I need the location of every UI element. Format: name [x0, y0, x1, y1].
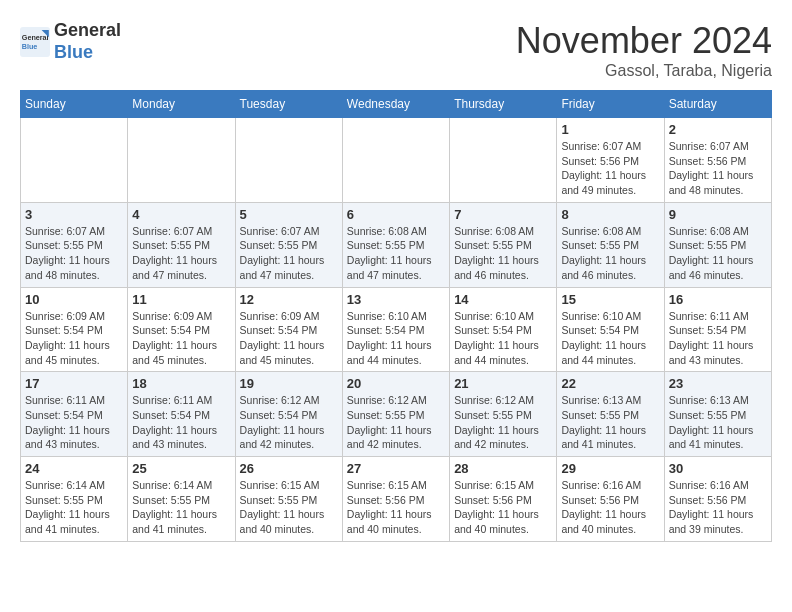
day-number: 6: [347, 207, 445, 222]
day-info: Sunrise: 6:08 AM Sunset: 5:55 PM Dayligh…: [561, 224, 659, 283]
calendar-cell: 26Sunrise: 6:15 AM Sunset: 5:55 PM Dayli…: [235, 457, 342, 542]
calendar-cell: 12Sunrise: 6:09 AM Sunset: 5:54 PM Dayli…: [235, 287, 342, 372]
day-info: Sunrise: 6:11 AM Sunset: 5:54 PM Dayligh…: [25, 393, 123, 452]
day-info: Sunrise: 6:15 AM Sunset: 5:56 PM Dayligh…: [347, 478, 445, 537]
calendar-cell: 21Sunrise: 6:12 AM Sunset: 5:55 PM Dayli…: [450, 372, 557, 457]
calendar-cell: 25Sunrise: 6:14 AM Sunset: 5:55 PM Dayli…: [128, 457, 235, 542]
day-number: 27: [347, 461, 445, 476]
header-wednesday: Wednesday: [342, 91, 449, 118]
calendar-cell: 22Sunrise: 6:13 AM Sunset: 5:55 PM Dayli…: [557, 372, 664, 457]
calendar-cell: [128, 118, 235, 203]
calendar-cell: 11Sunrise: 6:09 AM Sunset: 5:54 PM Dayli…: [128, 287, 235, 372]
day-number: 1: [561, 122, 659, 137]
calendar-cell: 23Sunrise: 6:13 AM Sunset: 5:55 PM Dayli…: [664, 372, 771, 457]
day-number: 29: [561, 461, 659, 476]
day-info: Sunrise: 6:09 AM Sunset: 5:54 PM Dayligh…: [25, 309, 123, 368]
day-info: Sunrise: 6:08 AM Sunset: 5:55 PM Dayligh…: [454, 224, 552, 283]
day-info: Sunrise: 6:12 AM Sunset: 5:55 PM Dayligh…: [347, 393, 445, 452]
calendar-cell: 7Sunrise: 6:08 AM Sunset: 5:55 PM Daylig…: [450, 202, 557, 287]
calendar-cell: 30Sunrise: 6:16 AM Sunset: 5:56 PM Dayli…: [664, 457, 771, 542]
day-info: Sunrise: 6:13 AM Sunset: 5:55 PM Dayligh…: [561, 393, 659, 452]
header-row: SundayMondayTuesdayWednesdayThursdayFrid…: [21, 91, 772, 118]
day-number: 20: [347, 376, 445, 391]
calendar-cell: 18Sunrise: 6:11 AM Sunset: 5:54 PM Dayli…: [128, 372, 235, 457]
day-info: Sunrise: 6:07 AM Sunset: 5:55 PM Dayligh…: [240, 224, 338, 283]
calendar-cell: 6Sunrise: 6:08 AM Sunset: 5:55 PM Daylig…: [342, 202, 449, 287]
calendar-cell: 15Sunrise: 6:10 AM Sunset: 5:54 PM Dayli…: [557, 287, 664, 372]
day-number: 2: [669, 122, 767, 137]
day-number: 12: [240, 292, 338, 307]
calendar-cell: 8Sunrise: 6:08 AM Sunset: 5:55 PM Daylig…: [557, 202, 664, 287]
day-number: 13: [347, 292, 445, 307]
calendar-cell: 10Sunrise: 6:09 AM Sunset: 5:54 PM Dayli…: [21, 287, 128, 372]
day-info: Sunrise: 6:08 AM Sunset: 5:55 PM Dayligh…: [669, 224, 767, 283]
day-number: 22: [561, 376, 659, 391]
svg-text:Blue: Blue: [22, 41, 38, 50]
day-info: Sunrise: 6:10 AM Sunset: 5:54 PM Dayligh…: [454, 309, 552, 368]
day-info: Sunrise: 6:12 AM Sunset: 5:54 PM Dayligh…: [240, 393, 338, 452]
day-number: 4: [132, 207, 230, 222]
calendar-table: SundayMondayTuesdayWednesdayThursdayFrid…: [20, 90, 772, 542]
calendar-cell: [450, 118, 557, 203]
day-number: 30: [669, 461, 767, 476]
calendar-cell: 27Sunrise: 6:15 AM Sunset: 5:56 PM Dayli…: [342, 457, 449, 542]
svg-text:General: General: [22, 33, 49, 42]
day-number: 11: [132, 292, 230, 307]
calendar-cell: [342, 118, 449, 203]
location-subtitle: Gassol, Taraba, Nigeria: [516, 62, 772, 80]
calendar-cell: 1Sunrise: 6:07 AM Sunset: 5:56 PM Daylig…: [557, 118, 664, 203]
calendar-cell: 19Sunrise: 6:12 AM Sunset: 5:54 PM Dayli…: [235, 372, 342, 457]
day-info: Sunrise: 6:07 AM Sunset: 5:55 PM Dayligh…: [25, 224, 123, 283]
week-row-2: 3Sunrise: 6:07 AM Sunset: 5:55 PM Daylig…: [21, 202, 772, 287]
logo-general-text: General: [54, 20, 121, 40]
day-info: Sunrise: 6:14 AM Sunset: 5:55 PM Dayligh…: [132, 478, 230, 537]
calendar-cell: [21, 118, 128, 203]
title-block: November 2024 Gassol, Taraba, Nigeria: [516, 20, 772, 80]
day-number: 23: [669, 376, 767, 391]
day-info: Sunrise: 6:13 AM Sunset: 5:55 PM Dayligh…: [669, 393, 767, 452]
day-number: 21: [454, 376, 552, 391]
day-number: 18: [132, 376, 230, 391]
day-info: Sunrise: 6:08 AM Sunset: 5:55 PM Dayligh…: [347, 224, 445, 283]
calendar-cell: 29Sunrise: 6:16 AM Sunset: 5:56 PM Dayli…: [557, 457, 664, 542]
calendar-cell: 14Sunrise: 6:10 AM Sunset: 5:54 PM Dayli…: [450, 287, 557, 372]
header-monday: Monday: [128, 91, 235, 118]
calendar-cell: 5Sunrise: 6:07 AM Sunset: 5:55 PM Daylig…: [235, 202, 342, 287]
day-info: Sunrise: 6:15 AM Sunset: 5:55 PM Dayligh…: [240, 478, 338, 537]
day-info: Sunrise: 6:16 AM Sunset: 5:56 PM Dayligh…: [561, 478, 659, 537]
day-number: 19: [240, 376, 338, 391]
calendar-cell: 2Sunrise: 6:07 AM Sunset: 5:56 PM Daylig…: [664, 118, 771, 203]
week-row-3: 10Sunrise: 6:09 AM Sunset: 5:54 PM Dayli…: [21, 287, 772, 372]
day-info: Sunrise: 6:16 AM Sunset: 5:56 PM Dayligh…: [669, 478, 767, 537]
day-info: Sunrise: 6:14 AM Sunset: 5:55 PM Dayligh…: [25, 478, 123, 537]
day-info: Sunrise: 6:07 AM Sunset: 5:56 PM Dayligh…: [669, 139, 767, 198]
day-info: Sunrise: 6:07 AM Sunset: 5:56 PM Dayligh…: [561, 139, 659, 198]
month-title: November 2024: [516, 20, 772, 62]
calendar-body: 1Sunrise: 6:07 AM Sunset: 5:56 PM Daylig…: [21, 118, 772, 542]
calendar-cell: 20Sunrise: 6:12 AM Sunset: 5:55 PM Dayli…: [342, 372, 449, 457]
day-number: 5: [240, 207, 338, 222]
header-sunday: Sunday: [21, 91, 128, 118]
page-header: GeneralBlue General Blue November 2024 G…: [20, 20, 772, 80]
day-number: 25: [132, 461, 230, 476]
day-info: Sunrise: 6:09 AM Sunset: 5:54 PM Dayligh…: [132, 309, 230, 368]
day-number: 14: [454, 292, 552, 307]
day-info: Sunrise: 6:11 AM Sunset: 5:54 PM Dayligh…: [132, 393, 230, 452]
day-number: 24: [25, 461, 123, 476]
calendar-cell: 17Sunrise: 6:11 AM Sunset: 5:54 PM Dayli…: [21, 372, 128, 457]
day-number: 7: [454, 207, 552, 222]
calendar-cell: 16Sunrise: 6:11 AM Sunset: 5:54 PM Dayli…: [664, 287, 771, 372]
day-info: Sunrise: 6:09 AM Sunset: 5:54 PM Dayligh…: [240, 309, 338, 368]
calendar-cell: 3Sunrise: 6:07 AM Sunset: 5:55 PM Daylig…: [21, 202, 128, 287]
day-number: 28: [454, 461, 552, 476]
day-info: Sunrise: 6:12 AM Sunset: 5:55 PM Dayligh…: [454, 393, 552, 452]
header-saturday: Saturday: [664, 91, 771, 118]
day-info: Sunrise: 6:07 AM Sunset: 5:55 PM Dayligh…: [132, 224, 230, 283]
calendar-cell: 28Sunrise: 6:15 AM Sunset: 5:56 PM Dayli…: [450, 457, 557, 542]
day-info: Sunrise: 6:15 AM Sunset: 5:56 PM Dayligh…: [454, 478, 552, 537]
logo-icon: GeneralBlue: [20, 27, 50, 57]
day-number: 15: [561, 292, 659, 307]
logo: GeneralBlue General Blue: [20, 20, 121, 63]
calendar-cell: [235, 118, 342, 203]
week-row-1: 1Sunrise: 6:07 AM Sunset: 5:56 PM Daylig…: [21, 118, 772, 203]
